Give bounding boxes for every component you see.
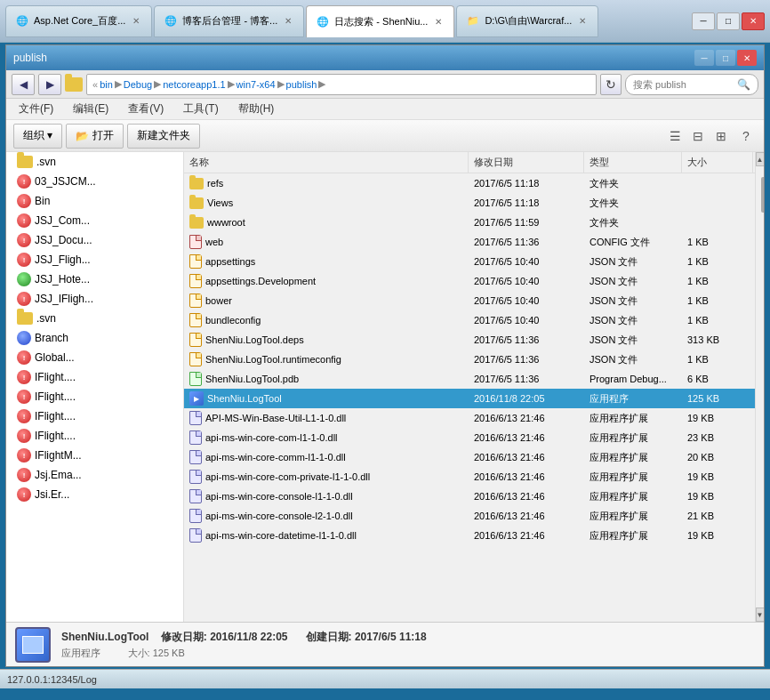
col-header-size[interactable]: 大小 [682,152,753,173]
col-header-type[interactable]: 类型 [584,152,682,173]
sidebar-item-bin[interactable]: ! Bin [6,191,183,211]
menu-tools[interactable]: 工具(T) [178,100,223,118]
table-row[interactable]: api-ms-win-core-console-l2-1-0.dll 2016/… [184,506,755,526]
search-input[interactable] [633,79,734,90]
table-row[interactable]: api-ms-win-core-datetime-l1-1-0.dll 2016… [184,526,755,545]
sidebar-item-jsjhote[interactable]: JSJ_Hote... [6,270,183,289]
tab-close-2[interactable]: ✕ [282,15,294,28]
sidebar-item-jsjcom[interactable]: ! JSJ_Com... [6,211,183,230]
top-minimize-button[interactable]: ─ [692,12,715,30]
table-row[interactable]: ▶ ShenNiu.LogTool 2016/11/8 22:05 应用程序 1… [184,389,755,408]
file-date-bower: 2017/6/5 10:40 [469,291,584,310]
sidebar-item-iflightm[interactable]: ! IFlightM... [6,446,183,465]
table-row[interactable]: ShenNiu.LogTool.deps 2017/6/5 11:36 JSON… [184,330,755,350]
breadcrumb-bin[interactable]: bin [100,79,113,90]
organize-label: 组织 ▾ [23,128,52,143]
sidebar-item-jsjflight[interactable]: ! JSJ_Fligh... [6,250,183,270]
sidebar-item-iflight4[interactable]: ! IFlight.... [6,426,183,446]
file-date-bundleconfig: 2017/6/5 10:40 [469,310,584,330]
icon-jsier: ! [17,487,31,502]
sidebar-item-jsjemail[interactable]: ! Jsj.Ema... [6,465,183,485]
sidebar-item-jsjdoc[interactable]: ! JSJ_Docu... [6,230,183,250]
sidebar-item-03jsjcm[interactable]: ! 03_JSJCM... [6,172,183,191]
breadcrumb-publish[interactable]: publish [286,79,317,90]
table-row[interactable]: appsettings.Development 2017/6/5 10:40 J… [184,271,755,291]
table-row[interactable]: appsettings 2017/6/5 10:40 JSON 文件 1 KB [184,252,755,271]
exe-icon-logtool: ▶ [189,391,204,406]
tab-log[interactable]: 🌐 日志搜索 - ShenNiu... ✕ [306,5,454,37]
folder-icon-svn2 [17,312,33,325]
dll-icon-apibase [189,411,202,425]
table-row[interactable]: ShenNiu.LogTool.pdb 2017/6/5 11:36 Progr… [184,369,755,389]
tab-icon-3: 🌐 [316,14,330,28]
maximize-button[interactable]: □ [716,50,735,66]
breadcrumb-win7[interactable]: win7-x64 [237,79,276,90]
icon-bin: ! [17,194,31,208]
col-header-name[interactable]: 名称 [184,152,469,173]
forward-button[interactable]: ▶ [38,74,61,95]
details-view-button[interactable]: ⊟ [687,125,709,147]
file-list-body: refs 2017/6/5 11:18 文件夹 Views 2017/6/5 1… [184,173,755,622]
tab-close-4[interactable]: ✕ [576,15,589,28]
new-folder-button[interactable]: 新建文件夹 [127,124,200,149]
table-row[interactable]: refs 2017/6/5 11:18 文件夹 [184,173,755,193]
menu-file[interactable]: 文件(F) [13,100,59,118]
scroll-up-button[interactable]: ▲ [756,152,765,166]
icons-view-button[interactable]: ⊞ [710,125,732,147]
table-row[interactable]: wwwroot 2017/6/5 11:59 文件夹 [184,213,755,232]
sidebar-item-jsjiflight[interactable]: ! JSJ_IFligh... [6,289,183,309]
tab-file[interactable]: 📁 D:\G\自由\Warcraf... ✕ [456,5,598,37]
table-row[interactable]: Views 2017/6/5 11:18 文件夹 [184,193,755,213]
table-row[interactable]: bundleconfig 2017/6/5 10:40 JSON 文件 1 KB [184,310,755,330]
sidebar: .svn ! 03_JSJCM... ! Bin ! JSJ_Com... ! … [6,152,184,622]
table-row[interactable]: web 2017/6/5 11:36 CONFIG 文件 1 KB [184,232,755,252]
refresh-button[interactable]: ↻ [600,74,622,95]
tab-close-3[interactable]: ✕ [432,15,445,28]
table-row[interactable]: API-MS-Win-Base-Util-L1-1-0.dll 2016/6/1… [184,408,755,428]
sidebar-item-global[interactable]: ! Global... [6,348,183,367]
open-button[interactable]: 📂 打开 [66,124,124,149]
icon-iflight4: ! [17,429,31,443]
top-maximize-button[interactable]: □ [717,12,740,30]
table-row[interactable]: bower 2017/6/5 10:40 JSON 文件 1 KB [184,291,755,310]
scrollbar-right[interactable]: ▲ ▼ [755,152,764,622]
table-row[interactable]: api-ms-win-core-comm-l1-1-0.dll 2016/6/1… [184,447,755,467]
json-icon-appsettings [189,254,202,269]
table-row[interactable]: api-ms-win-core-com-private-l1-1-0.dll 2… [184,467,755,487]
file-type-pdb: Program Debug... [584,369,682,389]
minimize-button[interactable]: ─ [694,50,714,66]
file-date-views: 2017/6/5 11:18 [469,193,584,213]
tab-aspnet[interactable]: 🌐 Asp.Net Core_百度... ✕ [5,5,152,37]
sidebar-item-jsier[interactable]: ! Jsi.Er... [6,485,183,504]
tab-blog[interactable]: 🌐 博客后台管理 - 博客... ✕ [154,5,304,37]
table-row[interactable]: api-ms-win-core-com-l1-1-0.dll 2016/6/13… [184,428,755,447]
table-row[interactable]: api-ms-win-core-console-l1-1-0.dll 2016/… [184,487,755,506]
menu-edit[interactable]: 编辑(E) [68,100,114,118]
top-close-button[interactable]: ✕ [742,12,765,30]
sidebar-item-iflight3[interactable]: ! IFlight.... [6,406,183,426]
sidebar-item-branch[interactable]: Branch [6,328,183,348]
search-box[interactable]: 🔍 [625,74,758,95]
scroll-down-button[interactable]: ▼ [756,607,765,622]
sidebar-item-svn2[interactable]: .svn [6,309,183,328]
col-header-date[interactable]: 修改日期 [469,152,584,173]
menu-view[interactable]: 查看(V) [123,100,169,118]
table-row[interactable]: ShenNiu.LogTool.runtimeconfig 2017/6/5 1… [184,350,755,369]
scroll-thumb[interactable] [761,177,765,213]
close-button[interactable]: ✕ [737,50,757,66]
sidebar-label-global: Global... [35,351,75,364]
back-button[interactable]: ◀ [12,74,35,95]
dll-icon-datetime11 [189,528,202,543]
sidebar-item-iflight2[interactable]: ! IFlight.... [6,387,183,406]
sidebar-label-iflight2: IFlight.... [35,390,76,403]
menu-help[interactable]: 帮助(H) [233,100,280,118]
help-button[interactable]: ? [735,125,757,147]
organize-button[interactable]: 组织 ▾ [13,124,62,149]
sidebar-item-iflight1[interactable]: ! IFlight.... [6,367,183,387]
sidebar-item-svn1[interactable]: .svn [6,152,183,172]
breadcrumb-netcore[interactable]: netcoreapp1.1 [163,79,225,90]
breadcrumb-debug[interactable]: Debug [124,79,152,90]
breadcrumb[interactable]: « bin ▶ Debug ▶ netcoreapp1.1 ▶ win7-x64… [86,74,597,95]
tab-close-1[interactable]: ✕ [130,15,142,28]
list-view-button[interactable]: ☰ [664,125,686,147]
